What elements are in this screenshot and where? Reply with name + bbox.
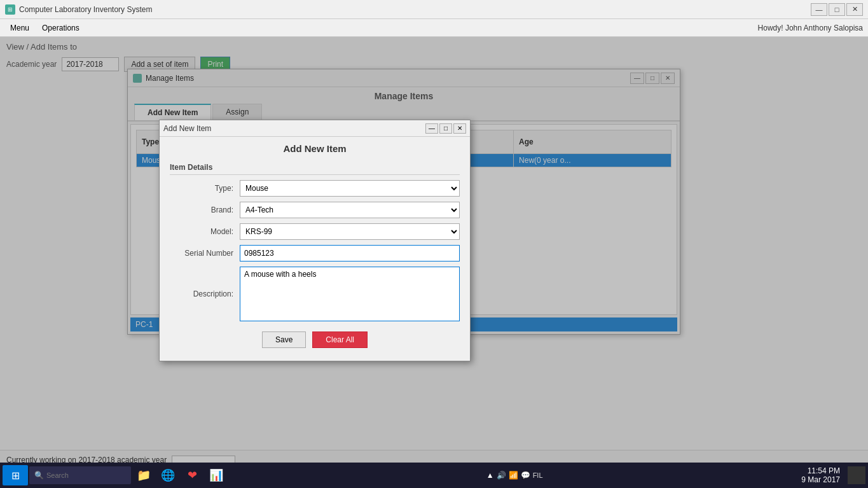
clock-time: 11:54 PM — [801, 466, 840, 475]
item-details-section: Item Details — [170, 163, 460, 175]
clear-all-button[interactable]: Clear All — [312, 331, 368, 348]
dialog-minimize-button[interactable]: — — [425, 123, 438, 134]
app-icon: ⊞ — [5, 4, 15, 15]
operations-menu-item[interactable]: Operations — [37, 22, 85, 34]
taskbar: ⊞ 🔍 📁 🌐 ❤ 📊 ▲ 🔊 📶 💬 FIL 11:54 PM 9 Mar 2… — [0, 463, 868, 488]
tray-volume[interactable]: 🔊 — [497, 471, 506, 480]
tray-language: FIL — [533, 471, 543, 479]
serial-number-label: Serial Number — [170, 249, 240, 258]
model-field: Model: KRS-99 MX500 G305 — [170, 223, 460, 240]
taskbar-search[interactable] — [46, 471, 123, 479]
add-new-item-dialog: Add New Item — □ ✕ Add New Item Item Det… — [159, 120, 471, 361]
menu-bar: Menu Operations Howdy! John Anthony Salo… — [0, 19, 868, 37]
taskbar-app4[interactable]: 📊 — [205, 465, 228, 485]
taskbar-clock[interactable]: 11:54 PM 9 Mar 2017 — [801, 466, 846, 484]
close-button[interactable]: ✕ — [846, 3, 863, 16]
serial-number-input[interactable] — [240, 245, 460, 261]
description-label: Description: — [170, 289, 240, 298]
start-button[interactable]: ⊞ — [3, 465, 28, 485]
type-label: Type: — [170, 184, 240, 193]
brand-field: Brand: A4-Tech Logitech Microsoft HP Del… — [170, 202, 460, 218]
brand-label: Brand: — [170, 206, 240, 214]
serial-number-field: Serial Number — [170, 245, 460, 261]
tray-comment[interactable]: 💬 — [521, 471, 530, 480]
menu-menu-item[interactable]: Menu — [5, 22, 34, 34]
dialog-close-button[interactable]: ✕ — [453, 123, 466, 134]
minimize-button[interactable]: — — [811, 3, 827, 16]
tray-network[interactable]: 📶 — [509, 471, 518, 480]
type-field: Type: Mouse Keyboard Monitor CPU Speaker — [170, 180, 460, 197]
dialog-title-bar: Add New Item — □ ✕ — [160, 120, 470, 137]
title-bar: ⊞ Computer Laboratory Inventory System —… — [0, 0, 868, 19]
dialog-main-title: Add New Item — [160, 137, 470, 158]
title-bar-controls: — □ ✕ — [811, 3, 863, 16]
user-greeting: Howdy! John Anthony Salopisa — [758, 24, 863, 32]
main-content: View / Add Items to Academic year Add a … — [0, 37, 868, 469]
app-title: Computer Laboratory Inventory System — [19, 5, 152, 14]
dialog-buttons: Save Clear All — [170, 326, 460, 351]
type-select[interactable]: Mouse Keyboard Monitor CPU Speaker — [240, 180, 460, 197]
description-input[interactable]: A mouse with a heels — [240, 267, 460, 321]
system-tray: ▲ 🔊 📶 💬 FIL — [483, 471, 547, 480]
clock-date: 9 Mar 2017 — [801, 475, 840, 484]
taskbar-file-explorer[interactable]: 📁 — [132, 465, 155, 485]
save-button[interactable]: Save — [262, 331, 306, 348]
dialog-title-text: Add New Item — [163, 124, 211, 133]
maximize-button[interactable]: □ — [829, 3, 845, 16]
tray-arrow[interactable]: ▲ — [486, 471, 494, 480]
dialog-maximize-button[interactable]: □ — [439, 123, 452, 134]
description-field: Description: A mouse with a heels — [170, 267, 460, 321]
taskbar-chrome[interactable]: 🌐 — [156, 465, 179, 485]
taskbar-app3[interactable]: ❤ — [181, 465, 203, 485]
show-desktop-button[interactable] — [848, 466, 865, 484]
model-label: Model: — [170, 227, 240, 236]
model-select[interactable]: KRS-99 MX500 G305 — [240, 223, 460, 240]
dialog-body: Item Details Type: Mouse Keyboard Monito… — [160, 158, 470, 361]
brand-select[interactable]: A4-Tech Logitech Microsoft HP Dell — [240, 202, 460, 218]
